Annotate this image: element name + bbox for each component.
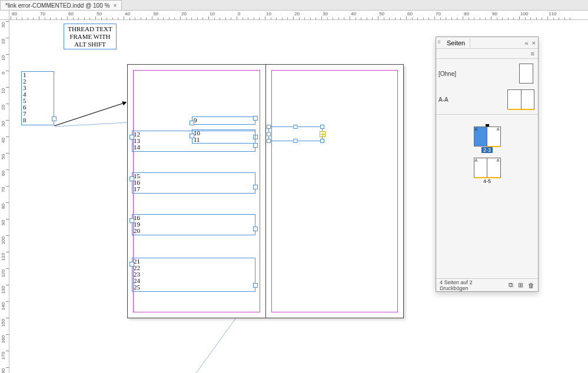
master-label: [Ohne] — [438, 71, 468, 77]
in-port-icon[interactable] — [129, 218, 134, 223]
resize-handle[interactable] — [320, 139, 324, 143]
out-port-icon[interactable] — [253, 143, 258, 148]
text-frame-6[interactable]: 16 19 20 — [132, 214, 255, 235]
line: 13 — [134, 138, 254, 144]
line: 16 — [134, 179, 254, 186]
out-port-icon[interactable] — [253, 283, 258, 288]
out-port-icon[interactable] — [253, 116, 258, 121]
ruler-vertical[interactable]: 3020100102030405060708090100110120130140… — [0, 20, 9, 373]
text-frame-7[interactable]: 21 22 23 24 25 — [132, 258, 255, 292]
text-frame-5[interactable]: 15 16 17 — [132, 172, 255, 194]
resize-handle[interactable] — [320, 125, 324, 129]
line: 19 — [134, 221, 254, 228]
page-right[interactable] — [266, 64, 404, 318]
master-page-badge: A — [496, 158, 500, 162]
panel-status-text: 4 Seiten auf 2 Druckbögen — [440, 279, 499, 291]
line: 23 — [134, 271, 254, 278]
master-label: A-A — [438, 96, 468, 103]
line: 5 — [23, 98, 52, 104]
resize-handle[interactable] — [294, 125, 298, 129]
master-thumbnail[interactable] — [519, 64, 533, 84]
out-port-icon[interactable] — [253, 227, 258, 231]
pages-panel: ⠿ Seiten « × ≡ [Ohne] A-A — [436, 36, 539, 292]
line: 25 — [134, 284, 254, 291]
out-port-icon[interactable] — [253, 185, 258, 189]
text-frame-selected[interactable] — [268, 126, 323, 141]
line: 6 — [23, 104, 52, 111]
panel-grip-icon[interactable]: ⠿ — [436, 42, 442, 44]
resize-handle[interactable] — [267, 139, 271, 143]
text-frame-2[interactable]: 9 — [192, 116, 255, 125]
margin-guide — [271, 70, 398, 312]
panel-header[interactable]: ⠿ Seiten « × — [436, 37, 538, 49]
master-thumbnail[interactable] — [507, 89, 534, 109]
resize-handle[interactable] — [267, 125, 271, 129]
master-item-a[interactable]: A-A — [438, 86, 536, 112]
document-pages-section: A A 2-3 A A 4-5 — [436, 115, 538, 196]
line: 2 — [23, 78, 52, 85]
in-port-icon[interactable] — [129, 262, 134, 267]
line: 15 — [134, 173, 254, 179]
line: 12 — [134, 131, 254, 138]
line: 4 — [23, 91, 52, 98]
in-port-icon[interactable] — [129, 176, 134, 181]
resize-handle[interactable] — [267, 132, 271, 136]
ruler-horizontal[interactable]: 8070605040302010010203040506070809010011… — [9, 11, 588, 20]
master-page-badge: A — [474, 158, 479, 162]
line: 1 — [23, 72, 52, 78]
new-page-icon[interactable]: ⊞ — [518, 281, 523, 289]
svg-line-0 — [54, 102, 126, 126]
panel-body: [Ohne] A-A A A 2-3 — [436, 59, 538, 278]
line: 17 — [134, 186, 254, 192]
line: 7 — [23, 111, 52, 117]
close-icon[interactable]: × — [532, 39, 536, 46]
line: 3 — [23, 85, 52, 91]
line: 9 — [194, 117, 254, 124]
out-port-icon[interactable] — [52, 116, 57, 121]
document-tab[interactable]: *link error-COMMENTED.indd @ 100 % × — [0, 0, 122, 10]
page-number-label: 2-3 — [481, 147, 493, 153]
text-frame-4[interactable]: 12 13 14 — [132, 131, 255, 152]
in-port-icon[interactable] — [190, 121, 194, 125]
panel-title[interactable]: Seiten — [442, 38, 470, 48]
master-item-none[interactable]: [Ohne] — [438, 61, 536, 86]
panel-footer: 4 Seiten auf 2 Druckbögen ⧉ ⊞ 🗑 — [436, 278, 538, 291]
line: 24 — [134, 278, 254, 284]
spread-thumbnail[interactable]: A A 4-5 — [474, 158, 501, 184]
panel-menu-icon[interactable]: ≡ — [436, 49, 538, 59]
page-size-icon[interactable]: ⧉ — [509, 281, 513, 289]
document-tabs: *link error-COMMENTED.indd @ 100 % × — [0, 0, 588, 11]
line: 22 — [134, 265, 254, 271]
line: 21 — [134, 258, 254, 265]
line: 14 — [134, 144, 254, 151]
document-tab-title: *link error-COMMENTED.indd @ 100 % — [5, 2, 109, 9]
trash-icon[interactable]: 🗑 — [528, 282, 534, 289]
master-page-badge: A — [496, 127, 500, 131]
line: 16 — [134, 215, 254, 221]
masters-section: [Ohne] A-A — [436, 59, 538, 115]
line: 8 — [23, 117, 52, 124]
resize-handle[interactable] — [294, 139, 298, 143]
close-icon[interactable]: × — [113, 2, 117, 9]
in-port-icon[interactable] — [129, 135, 134, 139]
master-page-badge: A — [474, 127, 479, 131]
overset-text-icon[interactable] — [320, 131, 325, 137]
spread-thumbnail[interactable]: A A 2-3 — [474, 126, 501, 153]
text-frame-1[interactable]: 1 2 3 4 5 6 7 8 — [21, 71, 54, 125]
note-text-frame[interactable]: THREAD TEXT FRAME WITH ALT SHIFT — [64, 24, 117, 49]
line: 20 — [134, 228, 254, 234]
note-text: THREAD TEXT FRAME WITH ALT SHIFT — [68, 25, 112, 48]
page-number-label: 4-5 — [481, 178, 493, 184]
ruler-origin[interactable] — [0, 11, 9, 20]
collapse-icon[interactable]: « — [524, 39, 528, 46]
